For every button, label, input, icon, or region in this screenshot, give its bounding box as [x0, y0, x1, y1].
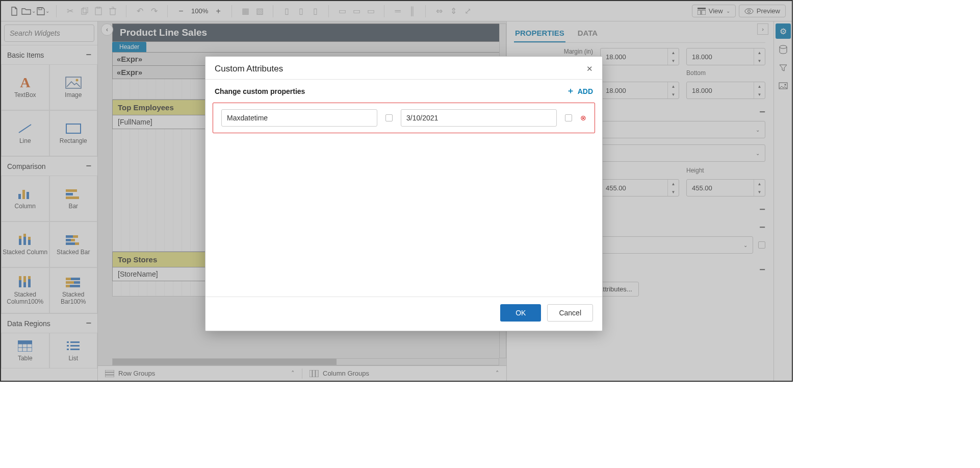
attribute-row: ⊗ [213, 103, 595, 133]
custom-attributes-dialog: Custom Attributes ✕ Change custom proper… [205, 56, 603, 331]
dialog-title: Custom Attributes [215, 64, 283, 74]
attr-checkbox-1[interactable] [385, 114, 393, 121]
attr-value-input[interactable] [401, 109, 557, 127]
cancel-button[interactable]: Cancel [547, 304, 593, 322]
ok-button[interactable]: OK [500, 304, 541, 322]
close-icon[interactable]: ✕ [586, 64, 593, 73]
attr-checkbox-2[interactable] [565, 114, 572, 121]
delete-row-icon[interactable]: ⊗ [580, 114, 586, 122]
plus-icon: ＋ [566, 86, 575, 96]
attr-key-input[interactable] [221, 109, 377, 127]
dialog-subtitle: Change custom properties [215, 87, 305, 95]
add-button[interactable]: ＋ ADD [566, 86, 593, 96]
